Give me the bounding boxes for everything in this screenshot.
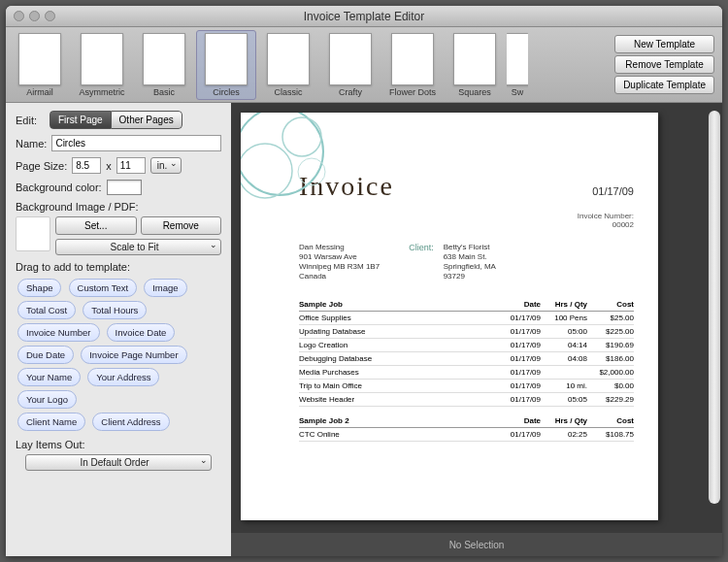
pill-image[interactable]: Image bbox=[144, 279, 186, 297]
pill-your-name[interactable]: Your Name bbox=[17, 368, 81, 386]
bgcolor-label: Background color: bbox=[16, 182, 102, 193]
invnum-label: Invoice Number: bbox=[578, 212, 634, 220]
pill-invoice-date[interactable]: Invoice Date bbox=[107, 323, 176, 342]
bgimg-set-button[interactable]: Set... bbox=[55, 216, 137, 235]
name-input[interactable] bbox=[51, 135, 221, 151]
table-row[interactable]: Debugging Database01/17/0904:08$186.00 bbox=[299, 352, 634, 366]
titlebar[interactable]: Invoice Template Editor bbox=[6, 6, 722, 27]
template-squares[interactable]: Squares bbox=[445, 31, 505, 99]
pagesize-label: Page Size: bbox=[16, 160, 67, 172]
new-template-button[interactable]: New Template bbox=[614, 35, 714, 53]
drag-label: Drag to add to template: bbox=[16, 261, 221, 273]
pill-custom-text[interactable]: Custom Text bbox=[69, 279, 138, 297]
invoice-date[interactable]: 01/17/09 bbox=[592, 185, 634, 197]
invnum-value[interactable]: 00002 bbox=[612, 220, 634, 229]
circles-artwork-icon bbox=[241, 113, 352, 224]
layout-label: Lay Items Out: bbox=[16, 439, 221, 450]
pill-client-name[interactable]: Client Name bbox=[17, 413, 85, 431]
pill-invoice-page-number[interactable]: Invoice Page Number bbox=[81, 346, 186, 364]
bgimg-well[interactable] bbox=[16, 216, 50, 251]
from-address[interactable]: Dan Messing 901 Warsaw Ave Winnipeg MB R… bbox=[299, 243, 380, 281]
template-basic[interactable]: Basic bbox=[134, 31, 194, 99]
client-block[interactable]: Client: Betty's Florist 638 Main St. Spr… bbox=[409, 243, 496, 281]
pill-total-hours[interactable]: Total Hours bbox=[83, 301, 147, 319]
pill-total-cost[interactable]: Total Cost bbox=[17, 301, 76, 319]
pill-your-logo[interactable]: Your Logo bbox=[17, 390, 77, 409]
pill-shape[interactable]: Shape bbox=[17, 279, 61, 297]
layout-popup[interactable]: In Default Order bbox=[25, 454, 212, 471]
edit-label: Edit: bbox=[16, 115, 45, 126]
bgcolor-well[interactable] bbox=[107, 180, 142, 195]
table-row[interactable]: Logo Creation01/17/0904:14$190.69 bbox=[299, 339, 634, 352]
duplicate-template-button[interactable]: Duplicate Template bbox=[614, 76, 714, 94]
bgimg-scale-popup[interactable]: Scale to Fit bbox=[55, 239, 221, 255]
tab-other-pages[interactable]: Other Pages bbox=[111, 111, 182, 129]
template-asymmetric[interactable]: Asymmetric bbox=[72, 31, 132, 99]
template-flower-dots[interactable]: Flower Dots bbox=[382, 31, 443, 99]
table-row[interactable]: Office Supplies01/17/09100 Pens$25.00 bbox=[299, 312, 634, 325]
inspector-sidebar: Edit: First Page Other Pages Name: Page … bbox=[6, 103, 231, 556]
pill-invoice-number[interactable]: Invoice Number bbox=[17, 323, 100, 342]
remove-template-button[interactable]: Remove Template bbox=[614, 55, 714, 74]
pill-your-address[interactable]: Your Address bbox=[87, 368, 159, 386]
svg-point-1 bbox=[241, 144, 292, 198]
pill-due-date[interactable]: Due Date bbox=[17, 346, 74, 364]
token-area: Shape Custom Text Image Total Cost Total… bbox=[16, 277, 221, 433]
svg-point-2 bbox=[282, 117, 321, 156]
template-circles[interactable]: Circles bbox=[196, 30, 256, 100]
invoice-table[interactable]: Sample JobDateHrs / QtyCost Office Suppl… bbox=[241, 290, 658, 442]
bgimg-remove-button[interactable]: Remove bbox=[141, 216, 222, 235]
page-height-input[interactable] bbox=[116, 157, 146, 174]
tab-first-page[interactable]: First Page bbox=[50, 111, 111, 129]
bgimg-label: Background Image / PDF: bbox=[16, 201, 221, 213]
status-bar: No Selection bbox=[231, 533, 722, 556]
page-width-input[interactable] bbox=[72, 157, 101, 174]
table-row[interactable]: Updating Database01/17/0905:00$225.00 bbox=[299, 325, 634, 339]
client-label: Client: bbox=[409, 243, 434, 281]
vertical-scrollbar[interactable] bbox=[709, 111, 720, 504]
template-sw[interactable]: Sw bbox=[507, 31, 528, 99]
table-row[interactable]: Trip to Main Office01/17/0910 mi.$0.00 bbox=[299, 380, 634, 393]
template-airmail[interactable]: Airmail bbox=[10, 31, 70, 99]
unit-popup[interactable]: in. bbox=[150, 157, 182, 174]
pill-client-address[interactable]: Client Address bbox=[92, 413, 169, 431]
window-title: Invoice Template Editor bbox=[6, 10, 722, 23]
invoice-page[interactable]: Invoice 01/17/09 Invoice Number: 00002 D… bbox=[241, 113, 658, 520]
app-window: Invoice Template Editor Airmail Asymmetr… bbox=[6, 6, 722, 556]
pagesize-x: x bbox=[106, 160, 112, 172]
table-row[interactable]: Website Header01/17/0905:05$229.29 bbox=[299, 393, 634, 407]
template-crafty[interactable]: Crafty bbox=[320, 31, 381, 99]
table-row[interactable]: CTC Online01/17/0902:25$108.75 bbox=[299, 428, 634, 442]
name-label: Name: bbox=[16, 138, 47, 149]
template-classic[interactable]: Classic bbox=[258, 31, 318, 99]
preview-pane: Invoice 01/17/09 Invoice Number: 00002 D… bbox=[231, 103, 722, 556]
table-row[interactable]: Media Purchases01/17/09$2,000.00 bbox=[299, 366, 634, 380]
template-gallery: Airmail Asymmetric Basic Circles Classic… bbox=[6, 27, 722, 103]
